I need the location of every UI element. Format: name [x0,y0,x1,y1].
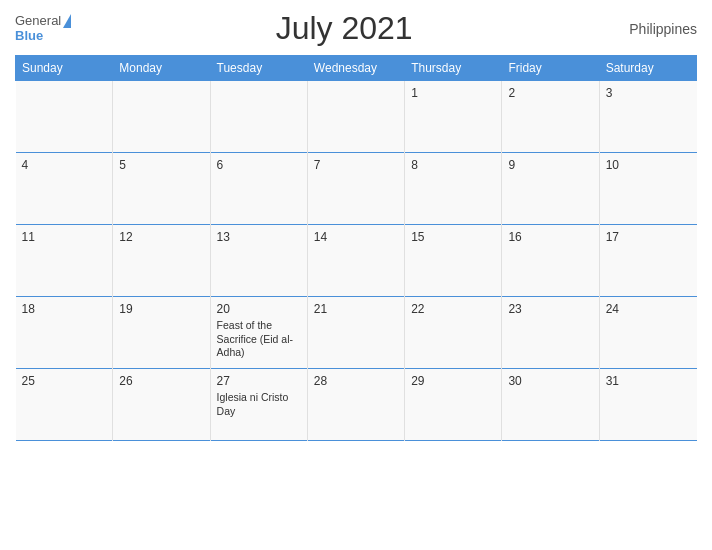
calendar-cell: 4 [16,153,113,225]
calendar-cell: 11 [16,225,113,297]
country-label: Philippines [617,21,697,37]
day-number: 1 [411,86,495,100]
event-text: Iglesia ni Cristo Day [217,391,301,418]
logo: General Blue [15,14,71,43]
calendar-table: Sunday Monday Tuesday Wednesday Thursday… [15,55,697,441]
col-wednesday: Wednesday [307,56,404,81]
logo-general-text: General [15,14,61,28]
calendar-cell: 15 [405,225,502,297]
day-number: 8 [411,158,495,172]
day-number: 19 [119,302,203,316]
calendar-cell: 30 [502,369,599,441]
day-number: 6 [217,158,301,172]
day-number: 11 [22,230,107,244]
day-number: 14 [314,230,398,244]
calendar-cell: 23 [502,297,599,369]
month-title: July 2021 [71,10,617,47]
calendar-cell: 24 [599,297,696,369]
day-number: 7 [314,158,398,172]
calendar-cell [16,81,113,153]
calendar-cell: 26 [113,369,210,441]
calendar-cell: 1 [405,81,502,153]
col-monday: Monday [113,56,210,81]
day-number: 2 [508,86,592,100]
day-number: 17 [606,230,691,244]
day-number: 28 [314,374,398,388]
calendar-cell: 17 [599,225,696,297]
day-number: 30 [508,374,592,388]
calendar-cell: 2 [502,81,599,153]
calendar-cell: 27Iglesia ni Cristo Day [210,369,307,441]
calendar-cell: 20Feast of the Sacrifice (Eid al-Adha) [210,297,307,369]
calendar-cell: 6 [210,153,307,225]
calendar-cell: 25 [16,369,113,441]
calendar-cell: 3 [599,81,696,153]
day-number: 21 [314,302,398,316]
day-number: 12 [119,230,203,244]
col-tuesday: Tuesday [210,56,307,81]
day-number: 29 [411,374,495,388]
day-number: 10 [606,158,691,172]
col-saturday: Saturday [599,56,696,81]
day-number: 26 [119,374,203,388]
calendar-container: General Blue July 2021 Philippines Sunda… [0,0,712,550]
col-sunday: Sunday [16,56,113,81]
calendar-cell: 12 [113,225,210,297]
calendar-cell: 13 [210,225,307,297]
calendar-cell: 31 [599,369,696,441]
event-text: Feast of the Sacrifice (Eid al-Adha) [217,319,301,360]
col-friday: Friday [502,56,599,81]
calendar-cell: 29 [405,369,502,441]
day-number: 13 [217,230,301,244]
calendar-cell [113,81,210,153]
day-number: 20 [217,302,301,316]
col-thursday: Thursday [405,56,502,81]
calendar-cell [210,81,307,153]
day-number: 16 [508,230,592,244]
calendar-cell: 7 [307,153,404,225]
calendar-cell: 21 [307,297,404,369]
calendar-body: 1234567891011121314151617181920Feast of … [16,81,697,441]
day-number: 22 [411,302,495,316]
day-number: 27 [217,374,301,388]
day-number: 24 [606,302,691,316]
calendar-cell: 18 [16,297,113,369]
day-number: 23 [508,302,592,316]
day-number: 4 [22,158,107,172]
calendar-cell: 8 [405,153,502,225]
calendar-cell: 16 [502,225,599,297]
calendar-cell: 28 [307,369,404,441]
day-number: 15 [411,230,495,244]
day-number: 25 [22,374,107,388]
calendar-cell: 10 [599,153,696,225]
logo-blue-text: Blue [15,28,43,43]
day-number: 5 [119,158,203,172]
day-number: 9 [508,158,592,172]
calendar-cell: 5 [113,153,210,225]
calendar-cell: 14 [307,225,404,297]
calendar-header-row: Sunday Monday Tuesday Wednesday Thursday… [16,56,697,81]
logo-triangle-icon [63,14,71,28]
calendar-cell: 9 [502,153,599,225]
day-number: 31 [606,374,691,388]
day-number: 3 [606,86,691,100]
calendar-header: General Blue July 2021 Philippines [15,10,697,47]
day-number: 18 [22,302,107,316]
calendar-cell: 22 [405,297,502,369]
calendar-cell: 19 [113,297,210,369]
calendar-cell [307,81,404,153]
